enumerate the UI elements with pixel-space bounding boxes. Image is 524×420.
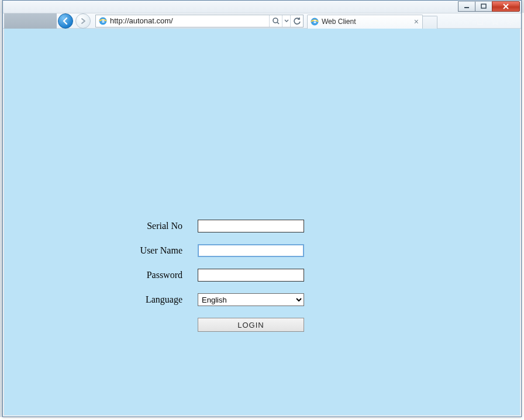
toolbar-right [475,16,515,26]
close-button[interactable] [492,1,520,12]
address-bar[interactable]: http://autonat.com/ [95,15,304,27]
label-password: Password [122,270,198,280]
svg-line-18 [513,23,514,24]
language-select[interactable]: English [198,293,304,306]
svg-point-12 [509,19,512,23]
row-language: Language English [122,293,402,306]
nav-bar: http://autonat.com/ [3,13,521,29]
search-dropdown[interactable] [282,15,290,27]
tools-button[interactable] [506,16,515,26]
svg-line-8 [277,22,279,24]
tab-strip: Web Client × [307,13,475,29]
svg-line-17 [508,18,509,19]
home-icon [475,16,485,26]
close-icon [502,4,509,9]
chevron-down-icon [284,19,289,23]
back-arrow-icon [61,17,70,25]
label-serial: Serial No [122,221,198,231]
login-form: Serial No User Name Password Language [122,220,402,343]
refresh-button[interactable] [290,15,303,27]
back-button[interactable] [57,14,74,28]
label-language: Language [122,294,198,305]
ie-logo-icon [310,17,319,26]
svg-rect-11 [314,22,316,23]
minimize-button[interactable] [458,1,475,12]
password-input[interactable] [198,269,304,282]
search-button[interactable] [269,15,282,27]
url-text: http://autonat.com/ [110,16,269,25]
minimize-icon [464,4,470,9]
window-controls [458,1,520,13]
home-button[interactable] [475,16,485,26]
browser-window: http://autonat.com/ [2,0,522,417]
svg-line-19 [513,18,514,19]
search-icon [272,17,280,25]
row-login: LOGIN [122,318,402,332]
refresh-icon [293,17,301,25]
maximize-icon [481,4,487,9]
svg-point-7 [273,18,278,23]
label-username: User Name [122,245,198,256]
svg-rect-6 [102,21,105,22]
star-icon [491,16,500,26]
row-serial: Serial No [122,220,402,232]
ie-logo-icon [98,16,108,26]
username-input[interactable] [198,244,304,257]
maximize-button[interactable] [475,1,492,12]
serial-input[interactable] [198,220,304,232]
row-username: User Name [122,244,402,257]
page-viewport: Serial No User Name Password Language [4,29,520,416]
tab-title: Web Client [322,18,356,26]
svg-rect-1 [481,4,486,8]
row-password: Password [122,269,402,282]
favorites-button[interactable] [491,16,500,26]
svg-line-20 [508,23,509,24]
login-button[interactable]: LOGIN [198,318,304,332]
svg-rect-5 [102,19,105,20]
new-tab-button[interactable] [422,16,437,29]
svg-rect-10 [314,20,316,22]
tab-close-button[interactable]: × [413,18,420,26]
gear-icon [506,16,515,26]
title-bar [3,1,521,13]
tab-active[interactable]: Web Client × [307,15,423,29]
forward-arrow-icon [79,17,87,25]
forward-button[interactable] [74,14,92,28]
